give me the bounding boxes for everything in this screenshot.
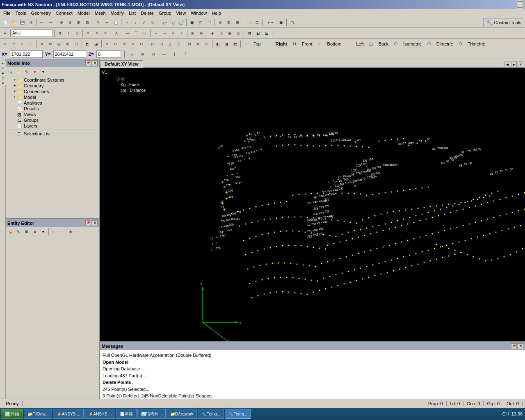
tb-btn-25[interactable]: ▾ ▾ bbox=[264, 18, 276, 27]
tr3-btn-12[interactable]: ⊛ bbox=[103, 40, 111, 48]
tr3-btn-3[interactable]: ⤶ bbox=[18, 40, 26, 48]
view-tri-btn[interactable]: ⬡ bbox=[456, 40, 464, 48]
entity-pin-btn[interactable]: 📌 bbox=[85, 220, 91, 226]
vp-nav-left[interactable]: ◀ bbox=[504, 62, 510, 67]
tb-btn-26[interactable]: ▣ bbox=[277, 18, 285, 27]
entity-close-btn[interactable]: ✕ bbox=[92, 220, 98, 226]
tr3-btn-22[interactable]: ⊠ bbox=[194, 40, 202, 48]
taskbar-item-3[interactable]: ⚡ ANSYS ... bbox=[84, 409, 115, 419]
tb-btn-11[interactable]: ↕ bbox=[131, 18, 139, 27]
tb2-btn-p1[interactable]: ⬔ bbox=[245, 29, 253, 37]
tr3-btn-23[interactable]: ⊡ bbox=[203, 40, 211, 48]
view-iso-btn[interactable]: ⬡ bbox=[392, 40, 400, 48]
tb2-btn-n1[interactable]: ◈ bbox=[208, 29, 217, 37]
custom-tools-button[interactable]: 🔧 Custom Tools bbox=[483, 18, 524, 27]
tree-item-coord-sys[interactable]: + 📁 Coordinate Systems bbox=[7, 77, 98, 83]
view-top-label[interactable]: Top bbox=[251, 40, 264, 48]
tb2-btn-line[interactable]: — bbox=[123, 29, 132, 37]
menu-connect[interactable]: Connect bbox=[53, 10, 75, 16]
tr3-btn-7[interactable]: ◎ bbox=[55, 40, 63, 48]
tr3-btn-8[interactable]: ⊞ bbox=[64, 40, 72, 48]
open-button[interactable]: 📂 bbox=[9, 18, 18, 27]
tb-btn-22[interactable]: ⊠ bbox=[233, 18, 242, 27]
redo-button[interactable]: ↪ bbox=[46, 18, 55, 27]
tree-item-model[interactable]: + 📁 Model bbox=[7, 94, 98, 100]
panel-pin-btn[interactable]: 📌 bbox=[85, 60, 91, 66]
tree-item-results[interactable]: 📈 Results bbox=[7, 106, 98, 112]
et-btn-6[interactable]: ← bbox=[50, 228, 58, 235]
undo-button[interactable]: ↩ bbox=[38, 18, 46, 27]
tb-btn-27[interactable]: ▢ bbox=[288, 18, 296, 27]
font-name-input[interactable] bbox=[12, 30, 53, 37]
tb2-btn-rect[interactable]: □ bbox=[141, 29, 149, 37]
align-left[interactable]: ≡ bbox=[84, 29, 92, 37]
view-iso-label[interactable]: Isometric bbox=[400, 40, 425, 48]
menu-list[interactable]: List bbox=[126, 10, 138, 16]
tr3-btn-1[interactable]: ↖ bbox=[1, 40, 9, 48]
tr3-btn-17[interactable]: ▷ bbox=[148, 40, 157, 48]
menu-modify[interactable]: Modify bbox=[108, 10, 126, 16]
view-top-btn[interactable]: ↑ bbox=[242, 40, 250, 48]
tr3-btn-19[interactable]: △ bbox=[166, 40, 174, 48]
coord-btn-5[interactable]: | bbox=[171, 50, 179, 58]
tree-item-connections[interactable]: + 📁 Connections bbox=[7, 89, 98, 94]
tr3-btn-21[interactable]: ⊞ bbox=[185, 40, 194, 48]
tb-btn-21[interactable]: ⊞ bbox=[225, 18, 233, 27]
tb2-btn-grid[interactable]: ⊞ bbox=[189, 29, 197, 37]
menu-group[interactable]: Group bbox=[156, 10, 174, 16]
tr3-btn-10[interactable]: ◩ bbox=[83, 40, 91, 48]
tb-btn-3[interactable]: ⊕ bbox=[57, 18, 66, 27]
tr3-btn-9[interactable]: ⊟ bbox=[72, 40, 80, 48]
z-input[interactable] bbox=[96, 50, 121, 58]
tb2-btn-1[interactable]: A bbox=[1, 29, 9, 37]
tr3-btn-13[interactable]: ⊙ bbox=[112, 40, 120, 48]
mi-tb-btn-1[interactable]: 🔍 bbox=[7, 68, 14, 75]
view-back-btn[interactable]: ◫ bbox=[367, 40, 375, 48]
tb2-btn-n3[interactable]: ◉ bbox=[226, 29, 234, 37]
tr3-btn-2[interactable]: ↗ bbox=[9, 40, 18, 48]
tree-item-geometry[interactable]: + 📁 Geometry bbox=[7, 83, 98, 89]
tr3-btn-4[interactable]: ⤷ bbox=[27, 40, 35, 48]
tb-btn-15[interactable]: 🔍- bbox=[168, 18, 176, 27]
menu-tools[interactable]: Tools bbox=[13, 10, 29, 16]
tb-btn-6[interactable]: ⊟ bbox=[83, 18, 91, 27]
view-bottom-btn[interactable]: ↓ bbox=[316, 40, 324, 48]
tb2-btn-snap[interactable]: ⊕ bbox=[197, 29, 205, 37]
et-btn-1[interactable]: 🔒 bbox=[7, 228, 14, 235]
tr3-btn-20[interactable]: ▽ bbox=[174, 40, 183, 48]
menu-model[interactable]: Model bbox=[75, 10, 92, 16]
coord-btn-2[interactable]: ⊠ bbox=[139, 50, 147, 58]
tb-btn-4[interactable]: ⊗ bbox=[66, 18, 74, 27]
view-front-btn[interactable]: ⊡ bbox=[290, 40, 299, 48]
et-btn-3[interactable]: ⊞ bbox=[23, 228, 30, 235]
panel-close-btn[interactable]: ✕ bbox=[92, 60, 98, 66]
tb-btn-24[interactable]: ⊡ bbox=[253, 18, 261, 27]
tb2-btn-n4[interactable]: ◎ bbox=[234, 29, 242, 37]
tb-btn-14[interactable]: 🔍+ bbox=[160, 18, 168, 27]
viewport-tab-default[interactable]: Default XY View bbox=[100, 60, 143, 68]
tree-item-layers[interactable]: 📑 Layers bbox=[7, 123, 98, 129]
taskbar-item-8-active[interactable]: 🔧 Fema... bbox=[225, 409, 251, 419]
y-input[interactable] bbox=[53, 50, 86, 58]
vp-nav-right[interactable]: ▶ bbox=[511, 62, 517, 67]
menu-view[interactable]: View bbox=[173, 10, 188, 16]
viewport[interactable]: V1 Unit: Kg - Force cm - Distance 40 bbox=[100, 68, 525, 341]
taskbar-item-7[interactable]: 🔧 Fema... bbox=[198, 409, 224, 419]
coord-btn-4[interactable]: — bbox=[160, 50, 168, 58]
coord-btn-3[interactable]: ⊡ bbox=[149, 50, 158, 58]
tree-item-views[interactable]: 🖼 Views bbox=[7, 112, 98, 117]
tr3-btn-25[interactable]: ◨ bbox=[222, 40, 231, 48]
menu-window[interactable]: Window bbox=[188, 10, 209, 16]
tb-btn-20[interactable]: ⊕ bbox=[216, 18, 224, 27]
tb2-btn-n2[interactable]: ◇ bbox=[217, 29, 225, 37]
mi-tb-btn-5[interactable]: ▾ bbox=[39, 68, 47, 75]
vp-close[interactable]: ✕ bbox=[518, 62, 523, 67]
mi-tb-btn-4[interactable]: ● bbox=[31, 68, 39, 75]
tb2-btn-m2[interactable]: ✧ bbox=[178, 29, 186, 37]
view-back-label[interactable]: Back bbox=[376, 40, 391, 48]
align-right[interactable]: ≡ bbox=[101, 29, 110, 37]
tr3-btn-24[interactable]: ◧ bbox=[214, 40, 222, 48]
align-center[interactable]: ≡ bbox=[93, 29, 101, 37]
tb2-btn-curve[interactable]: ⌒ bbox=[132, 29, 140, 37]
tree-item-selection-list[interactable]: ☰ Selection List bbox=[7, 131, 98, 137]
